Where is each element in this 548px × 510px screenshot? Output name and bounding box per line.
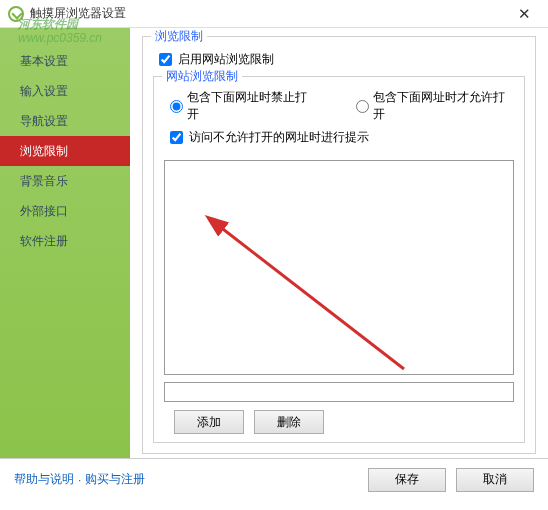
sidebar-item-register[interactable]: 软件注册 (0, 226, 130, 256)
radio-block-input[interactable] (170, 100, 183, 113)
prompt-label: 访问不允许打开的网址时进行提示 (189, 129, 369, 146)
sidebar-item-input[interactable]: 输入设置 (0, 76, 130, 106)
group-browse-limit: 浏览限制 启用网站浏览限制 网站浏览限制 包含下面网址时禁止打开 包含下面网址时… (142, 36, 536, 454)
sidebar: 基本设置 输入设置 导航设置 浏览限制 背景音乐 外部接口 软件注册 (0, 28, 130, 458)
buy-link[interactable]: 购买与注册 (85, 471, 145, 488)
sidebar-item-nav[interactable]: 导航设置 (0, 106, 130, 136)
url-list[interactable] (164, 160, 514, 375)
radio-block[interactable]: 包含下面网址时禁止打开 (170, 89, 316, 123)
enable-limit-checkbox[interactable] (159, 53, 172, 66)
radio-allow-input[interactable] (356, 100, 369, 113)
url-input[interactable] (164, 382, 514, 402)
radio-allow[interactable]: 包含下面网址时才允许打开 (356, 89, 514, 123)
delete-button[interactable]: 删除 (254, 410, 324, 434)
enable-limit-label: 启用网站浏览限制 (178, 51, 274, 68)
sidebar-item-bgm[interactable]: 背景音乐 (0, 166, 130, 196)
group-site-limit: 网站浏览限制 包含下面网址时禁止打开 包含下面网址时才允许打开 访问不允许打开的… (153, 76, 525, 443)
title-bar: 触摸屏浏览器设置 ✕ (0, 0, 548, 28)
sidebar-item-basic[interactable]: 基本设置 (0, 46, 130, 76)
sidebar-item-browse-limit[interactable]: 浏览限制 (0, 136, 130, 166)
main-panel: 浏览限制 启用网站浏览限制 网站浏览限制 包含下面网址时禁止打开 包含下面网址时… (130, 28, 548, 458)
prompt-checkbox[interactable] (170, 131, 183, 144)
add-button[interactable]: 添加 (174, 410, 244, 434)
cancel-button[interactable]: 取消 (456, 468, 534, 492)
footer: 帮助与说明 · 购买与注册 保存 取消 (0, 458, 548, 500)
window-title: 触摸屏浏览器设置 (30, 5, 508, 22)
help-link[interactable]: 帮助与说明 (14, 471, 74, 488)
save-button[interactable]: 保存 (368, 468, 446, 492)
subgroup-title: 网站浏览限制 (162, 68, 242, 85)
group-title: 浏览限制 (151, 28, 207, 45)
app-icon (8, 6, 24, 22)
close-icon[interactable]: ✕ (508, 5, 540, 23)
sidebar-item-external[interactable]: 外部接口 (0, 196, 130, 226)
